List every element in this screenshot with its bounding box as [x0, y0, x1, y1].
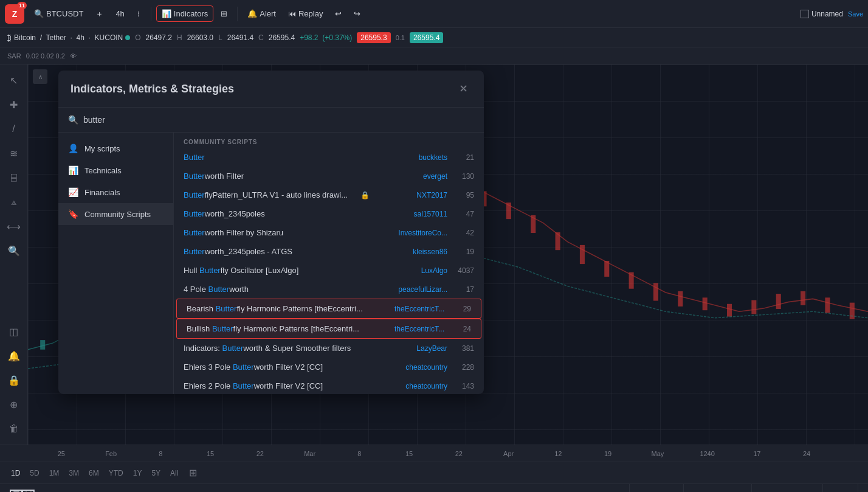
fib-tool[interactable]: ≋: [3, 142, 25, 164]
svg-rect-21: [556, 232, 560, 250]
price-change: +98.2 (+0.37%): [300, 33, 352, 42]
result-row[interactable]: Hull Butterfly Oscillator [LuxAlgo]LuxAl…: [174, 261, 484, 280]
collapse-button[interactable]: ∧: [33, 69, 47, 84]
prediction-tool[interactable]: ⟁: [3, 191, 25, 213]
high-label: H: [177, 33, 182, 42]
measure-tool[interactable]: ⟷: [3, 215, 25, 237]
watchlist-icon[interactable]: ◫: [3, 320, 25, 342]
toolbar: Z 🔍 BTCUSDT ＋ 4h ⫶ 📊 Indicators ⊞ 🔔 Aler…: [0, 0, 868, 28]
badge-red: 26595.3: [357, 32, 390, 43]
svg-rect-20: [531, 215, 536, 233]
community-icon[interactable]: ⊕: [3, 393, 25, 415]
timeframe-btn-3m[interactable]: 3M: [65, 467, 83, 479]
redo-button[interactable]: ↪: [349, 6, 365, 21]
svg-rect-31: [801, 291, 805, 305]
result-row[interactable]: Butterworth_2345polessal15701147: [174, 204, 484, 223]
svg-rect-25: [653, 283, 658, 300]
modal-nav-item-my-scripts[interactable]: 👤My scripts: [58, 137, 173, 159]
modal-nav-item-community-scripts[interactable]: 🔖Community Scripts: [58, 203, 173, 225]
modal-close-button[interactable]: ✕: [455, 80, 472, 97]
indicators-icon: 📊: [162, 9, 171, 18]
footer-bar: 🅃🅅 TradingView Stock Screener ▾ Pine Edi…: [0, 483, 868, 492]
paper-trading-button[interactable]: Paper Trading: [752, 484, 823, 492]
save-link[interactable]: Save: [848, 10, 863, 18]
draw-tool[interactable]: /: [3, 118, 25, 140]
app-logo[interactable]: Z: [5, 4, 24, 24]
crosshair-tool[interactable]: ✚: [3, 94, 25, 116]
nav-icon-my-scripts: 👤: [68, 144, 78, 153]
search-input[interactable]: [83, 115, 474, 125]
result-row[interactable]: Bearish Butterfly Harmonic Patterns [the…: [176, 299, 481, 319]
result-name: ButterflyPattern_ULTRA V1 - auto lines d…: [184, 190, 356, 199]
result-row[interactable]: Ehlers 3 Pole Butterworth Filter V2 [CC]…: [174, 358, 484, 376]
result-row[interactable]: 4 Pole ButterworthpeacefulLizar...17: [174, 280, 484, 299]
timeframe-btn-all[interactable]: All: [167, 467, 182, 479]
timeline-label: 17: [732, 450, 782, 457]
search-icon: 🔍: [34, 9, 44, 18]
result-count: 228: [450, 363, 474, 372]
result-name: Butterworth_2345poles - ATGS: [184, 247, 372, 256]
result-row[interactable]: Indicators: Butterworth & Super Smoother…: [174, 339, 484, 358]
live-dot: [125, 35, 130, 40]
timeframe-btn-5d[interactable]: 5D: [26, 467, 43, 479]
alerts-icon[interactable]: 🔔: [3, 345, 25, 367]
modal-nav-item-technicals[interactable]: 📊Technicals: [58, 159, 173, 181]
timeline-label: 24: [782, 450, 832, 457]
separator-2: [237, 7, 238, 21]
cursor-tool[interactable]: ↖: [3, 69, 25, 91]
pair-name: Tether: [46, 33, 66, 42]
indicators-button[interactable]: 📊 Indicators: [156, 5, 213, 22]
strategy-tester-button[interactable]: Strategy Tester: [684, 484, 752, 492]
result-count: 24: [447, 325, 471, 333]
result-row[interactable]: Butterworth Filtereverget130: [174, 167, 484, 185]
svg-rect-19: [506, 203, 511, 219]
result-count: 19: [450, 248, 474, 256]
timeframe-btn-6m[interactable]: 6M: [85, 467, 103, 479]
trash-icon[interactable]: 🗑: [3, 418, 25, 440]
result-author: cheatcountry: [374, 363, 447, 372]
timeframe-btn-ytd[interactable]: YTD: [105, 467, 127, 479]
result-row[interactable]: Butterworth Filter by ShizaruInvestitore…: [174, 223, 484, 242]
trade-button[interactable]: Trade: [823, 484, 858, 492]
pine-editor-button[interactable]: Pine Editor: [630, 484, 684, 492]
unnamed-icon: [801, 10, 809, 18]
tv-mark: 🅃🅅: [10, 490, 34, 492]
result-row[interactable]: Butterworth_2345poles - ATGSkleissen8619: [174, 242, 484, 261]
compare-button[interactable]: ⊞: [184, 465, 201, 482]
result-row[interactable]: ButterflyPattern_ULTRA V1 - auto lines d…: [174, 185, 484, 204]
result-author: LazyBear: [374, 344, 447, 353]
undo-button[interactable]: ↩: [330, 6, 346, 21]
chart-type-button[interactable]: ⫶: [132, 6, 146, 21]
pattern-tool[interactable]: ⌸: [3, 167, 25, 189]
stock-screener-button[interactable]: Stock Screener ▾: [555, 484, 630, 492]
result-name: 4 Pole Butterworth: [184, 285, 372, 294]
timeframe-btn-5y[interactable]: 5Y: [148, 467, 164, 479]
coin-name: Bitcoin: [14, 33, 36, 42]
result-count: 143: [450, 382, 474, 390]
svg-rect-26: [678, 291, 683, 307]
timeframe-btn-1y[interactable]: 1Y: [129, 467, 146, 479]
result-name: Butter: [184, 153, 372, 162]
timeframe-btn-1d[interactable]: 1D: [7, 467, 24, 479]
lock-icon: 🔒: [360, 191, 370, 199]
low-price: 26491.4: [227, 33, 253, 42]
timeline-label: 22: [434, 450, 484, 457]
timeframe-button[interactable]: 4h: [111, 6, 129, 21]
modal-nav-item-financials[interactable]: 📈Financials: [58, 181, 173, 203]
save-button[interactable]: Unnamed: [801, 10, 843, 18]
symbol-button[interactable]: 🔍 BTCUSDT: [29, 6, 88, 21]
sar-label: SAR: [7, 52, 21, 60]
layout-button[interactable]: ⊞: [216, 6, 232, 21]
result-row[interactable]: Butterbuckkets21: [174, 148, 484, 167]
timeframe-btn-1m[interactable]: 1M: [46, 467, 63, 479]
alert-button[interactable]: 🔔 Alert: [243, 6, 281, 21]
lock-icon[interactable]: 🔒: [3, 369, 25, 391]
add-indicator-button[interactable]: ＋: [91, 5, 108, 23]
eye-icon[interactable]: 👁: [70, 52, 77, 60]
replay-button[interactable]: ⏮ Replay: [283, 6, 328, 21]
zoom-tool[interactable]: 🔍: [3, 240, 25, 262]
result-name: Indicators: Butterworth & Super Smoother…: [184, 344, 372, 353]
result-row[interactable]: Ehlers 2 Pole Butterworth Filter V2 [CC]…: [174, 376, 484, 394]
result-row[interactable]: Bullish Butterfly Harmonic Patterns [the…: [176, 319, 481, 339]
timeframe-label2: 4h: [77, 33, 84, 42]
